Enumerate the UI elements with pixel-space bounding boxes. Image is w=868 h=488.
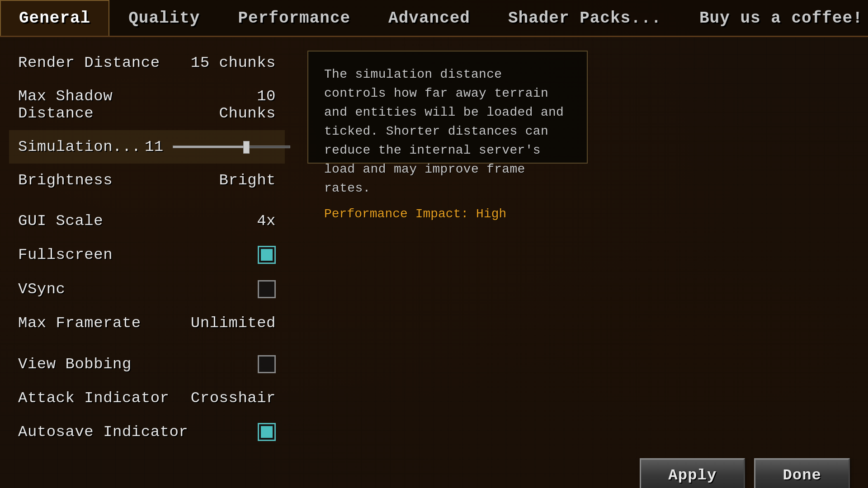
slider-fill xyxy=(173,146,245,148)
fullscreen-label: Fullscreen xyxy=(18,246,113,263)
attack-indicator-value: Crosshair xyxy=(191,389,276,407)
view-bobbing-label: View Bobbing xyxy=(18,356,132,373)
tab-bar: General Quality Performance Advanced Sha… xyxy=(0,0,868,37)
info-panel: The simulation distance controls how far… xyxy=(307,51,588,164)
vsync-checkbox[interactable] xyxy=(258,280,276,298)
simulation-value: 11 xyxy=(141,138,164,155)
simulation-slider[interactable] xyxy=(173,145,290,148)
tab-performance[interactable]: Performance xyxy=(219,0,369,36)
autosave-indicator-label: Autosave Indicator xyxy=(18,423,188,441)
vsync-label: VSync xyxy=(18,281,66,298)
content-area: Render Distance 15 chunks Max Shadow Dis… xyxy=(0,37,868,449)
gui-scale-label: GUI Scale xyxy=(18,212,103,230)
tab-shader-packs[interactable]: Shader Packs... xyxy=(489,0,680,36)
render-distance-value: 15 chunks xyxy=(191,54,276,71)
fullscreen-checkbox[interactable] xyxy=(258,246,276,264)
simulation-label: Simulation... xyxy=(18,138,141,155)
max-framerate-label: Max Framerate xyxy=(18,314,141,332)
settings-panel: Render Distance 15 chunks Max Shadow Dis… xyxy=(0,46,294,449)
setting-view-bobbing[interactable]: View Bobbing xyxy=(9,347,285,381)
slider-container: 11 xyxy=(141,138,290,155)
gui-scale-value: 4x xyxy=(257,212,276,230)
setting-simulation[interactable]: Simulation... 11 xyxy=(9,130,285,164)
tab-quality[interactable]: Quality xyxy=(109,0,219,36)
done-button[interactable]: Done xyxy=(754,458,850,488)
setting-max-shadow-distance[interactable]: Max Shadow Distance 10 Chunks xyxy=(9,80,285,130)
divider-2 xyxy=(9,340,285,347)
tab-general[interactable]: General xyxy=(0,0,109,36)
setting-brightness[interactable]: Brightness Bright xyxy=(9,164,285,197)
setting-fullscreen[interactable]: Fullscreen xyxy=(9,238,285,272)
tab-buy-coffee[interactable]: Buy us a coffee! xyxy=(680,0,868,36)
setting-autosave-indicator[interactable]: Autosave Indicator xyxy=(9,415,285,449)
setting-render-distance[interactable]: Render Distance 15 chunks xyxy=(9,46,285,80)
divider-1 xyxy=(9,197,285,204)
performance-impact: Performance Impact: High xyxy=(324,207,571,221)
performance-label: Performance Impact: xyxy=(324,207,468,221)
view-bobbing-checkbox[interactable] xyxy=(258,355,276,373)
autosave-indicator-checkbox[interactable] xyxy=(258,423,276,441)
setting-vsync[interactable]: VSync xyxy=(9,272,285,306)
tooltip-text: The simulation distance controls how far… xyxy=(324,65,571,198)
max-shadow-distance-label: Max Shadow Distance xyxy=(18,88,193,122)
tab-advanced[interactable]: Advanced xyxy=(369,0,489,36)
setting-gui-scale[interactable]: GUI Scale 4x xyxy=(9,204,285,238)
brightness-label: Brightness xyxy=(18,172,113,189)
setting-attack-indicator[interactable]: Attack Indicator Crosshair xyxy=(9,381,285,415)
bottom-bar: Apply Done xyxy=(0,449,868,488)
max-shadow-distance-value: 10 Chunks xyxy=(193,88,276,122)
max-framerate-value: Unlimited xyxy=(191,314,276,332)
apply-button[interactable]: Apply xyxy=(640,458,745,488)
slider-thumb[interactable] xyxy=(243,141,250,154)
setting-max-framerate[interactable]: Max Framerate Unlimited xyxy=(9,306,285,340)
brightness-value: Bright xyxy=(219,172,276,189)
attack-indicator-label: Attack Indicator xyxy=(18,389,169,407)
performance-value: High xyxy=(476,207,506,221)
render-distance-label: Render Distance xyxy=(18,54,160,71)
main-container: General Quality Performance Advanced Sha… xyxy=(0,0,868,488)
